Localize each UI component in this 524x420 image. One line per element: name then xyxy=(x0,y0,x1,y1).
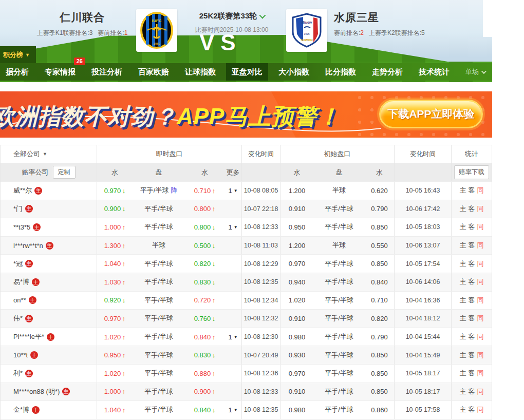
more-cell: ▼ xyxy=(224,200,242,218)
company-cell[interactable]: *冠 主 xyxy=(1,255,97,273)
company-cell[interactable]: M****on88 (明*) 主 xyxy=(1,383,97,401)
more-cell: 1 ▼ xyxy=(224,218,242,236)
live-handicap: 平手/半球 xyxy=(144,405,173,414)
stat-link-same[interactable]: 同 xyxy=(477,351,484,360)
stat-links-cell: 主 客 同 xyxy=(452,401,492,419)
nav-tab[interactable]: 亚盘对比 xyxy=(226,63,268,81)
company-cell[interactable]: **t3*5 主 xyxy=(1,218,97,236)
init-handicap: 平手/半球 xyxy=(313,292,365,310)
nav-tab[interactable]: 走势分析 xyxy=(366,63,408,81)
stat-link-home[interactable]: 主 xyxy=(460,332,466,341)
stat-link-away[interactable]: 客 xyxy=(469,296,475,305)
company-name: l***rw**t*n xyxy=(13,242,43,250)
stat-link-away[interactable]: 客 xyxy=(469,222,475,232)
live-water-away: 0.720 ↑ xyxy=(185,292,224,310)
stat-link-away[interactable]: 客 xyxy=(469,351,475,360)
stat-link-away[interactable]: 客 xyxy=(469,259,475,269)
stat-link-home[interactable]: 主 xyxy=(460,314,466,323)
download-app-button[interactable]: 下载APP立即体验 xyxy=(379,100,483,128)
table-row: 威**尔 主 0.970 ↓ 平手/半球 降 0.710 ↑ 1 ▼ 10-08… xyxy=(1,182,492,200)
stat-link-same[interactable]: 同 xyxy=(477,369,484,378)
company-cell[interactable]: 金*博 主 xyxy=(1,401,97,419)
stat-link-away[interactable]: 客 xyxy=(469,204,475,214)
stat-link-same[interactable]: 同 xyxy=(477,241,484,250)
nav-tab[interactable]: 百家欧赔 xyxy=(133,63,175,81)
live-change-time: 10-08 12:35 xyxy=(242,273,280,291)
company-cell[interactable]: on** 主 xyxy=(1,292,97,310)
stat-link-same[interactable]: 同 xyxy=(477,332,484,341)
stat-link-home[interactable]: 主 xyxy=(460,222,466,232)
stat-link-home[interactable]: 主 xyxy=(460,351,466,360)
init-water-home: 0.910 xyxy=(280,383,313,401)
stat-link-same[interactable]: 同 xyxy=(477,186,484,195)
stat-link-home[interactable]: 主 xyxy=(460,369,466,378)
home-stat-value-1: 3 xyxy=(89,29,93,36)
nav-tab[interactable]: 技术统计 xyxy=(413,63,455,81)
stat-links-cell: 主 客 同 xyxy=(452,346,492,364)
stat-link-home[interactable]: 主 xyxy=(460,204,466,214)
nav-tab[interactable]: 投注分析 xyxy=(86,63,128,81)
stat-link-away[interactable]: 客 xyxy=(469,241,475,250)
stat-link-same[interactable]: 同 xyxy=(477,259,484,269)
customize-button[interactable]: 定制 xyxy=(53,166,76,179)
stat-link-away[interactable]: 客 xyxy=(469,277,475,287)
nav-tab[interactable]: 让球指数 xyxy=(179,63,221,81)
app-promo-banner[interactable]: 欧洲指数不对劲？APP马上预警！ 下载APP立即体验 xyxy=(0,91,492,138)
company-filter-dropdown[interactable]: 全部公司 ▼ xyxy=(13,149,47,159)
company-name: 伟* xyxy=(13,314,23,323)
stat-link-home[interactable]: 主 xyxy=(460,387,466,396)
company-cell[interactable]: l***rw**t*n 主 xyxy=(1,237,97,255)
stat-link-home[interactable]: 主 xyxy=(460,277,466,287)
init-water-away: 0.850 xyxy=(365,346,395,364)
more-dropdown[interactable]: 1 ▼ xyxy=(228,187,237,195)
company-cell[interactable]: 利* 主 xyxy=(1,365,97,383)
nav-tab[interactable]: 比分指数 xyxy=(320,63,362,81)
live-water-away: 0.500 ↓ xyxy=(185,237,224,255)
live-water-home: 1.020 ↑ xyxy=(97,328,133,346)
stat-link-away[interactable]: 客 xyxy=(469,369,475,378)
company-filter-cell: 全部公司 ▼ xyxy=(1,145,97,163)
stat-link-away[interactable]: 客 xyxy=(469,332,475,341)
live-water-home: 1.000 ↑ xyxy=(97,218,133,236)
league-round-selector[interactable]: 25K2联赛第33轮 xyxy=(199,11,265,21)
company-cell[interactable]: 10**t 主 xyxy=(1,346,97,364)
stat-link-away[interactable]: 客 xyxy=(469,405,475,414)
stat-link-same[interactable]: 同 xyxy=(477,222,484,232)
stat-link-same[interactable]: 同 xyxy=(477,405,484,414)
stat-link-same[interactable]: 同 xyxy=(477,314,484,323)
more-dropdown[interactable]: 1 ▼ xyxy=(228,333,237,341)
company-name: M****on88 (明*) xyxy=(13,387,60,396)
more-dropdown[interactable]: 1 ▼ xyxy=(228,406,237,414)
stat-link-home[interactable]: 主 xyxy=(460,186,466,195)
nav-tab[interactable]: 专家情报 26 xyxy=(39,63,81,81)
match-mode-selector[interactable]: 单场 xyxy=(465,63,485,81)
stat-link-home[interactable]: 主 xyxy=(460,296,466,305)
stat-link-same[interactable]: 同 xyxy=(477,204,484,214)
standings-dropdown[interactable]: 积分榜 ▼ xyxy=(0,46,36,63)
handicap-header: 盘 xyxy=(133,163,185,181)
stat-link-away[interactable]: 客 xyxy=(469,387,475,396)
stat-link-away[interactable]: 客 xyxy=(469,314,475,323)
stat-link-away[interactable]: 客 xyxy=(469,186,475,195)
company-cell[interactable]: Pi****le平* 主 xyxy=(1,328,97,346)
init-water-away: 0.790 xyxy=(365,328,395,346)
stat-link-home[interactable]: 主 xyxy=(460,241,466,250)
more-dropdown[interactable]: 1 ▼ xyxy=(228,223,237,231)
more-cell: ▼ xyxy=(224,365,242,383)
nav-tab[interactable]: 据分析 xyxy=(0,63,34,81)
company-cell[interactable]: 易*博 主 xyxy=(1,273,97,291)
live-handicap: 平手/半球 xyxy=(144,314,173,323)
odds-download-button[interactable]: 赔率下载 xyxy=(454,165,489,179)
stat-link-same[interactable]: 同 xyxy=(477,387,484,396)
stat-link-home[interactable]: 主 xyxy=(460,259,466,269)
stat-link-same[interactable]: 同 xyxy=(477,277,484,287)
stat-link-same[interactable]: 同 xyxy=(477,296,484,305)
company-cell[interactable]: 伟* 主 xyxy=(1,310,97,328)
company-cell[interactable]: 威**尔 主 xyxy=(1,182,97,200)
company-name: **t3*5 xyxy=(13,223,30,231)
nav-tab[interactable]: 大小指数 xyxy=(273,63,315,81)
stat-link-home[interactable]: 主 xyxy=(460,405,466,414)
live-odds-group-header: 即时盘口 xyxy=(97,145,242,163)
suwon-crest-icon: Bluew 1995 SUWON xyxy=(291,12,323,48)
company-cell[interactable]: *门 主 xyxy=(1,200,97,218)
